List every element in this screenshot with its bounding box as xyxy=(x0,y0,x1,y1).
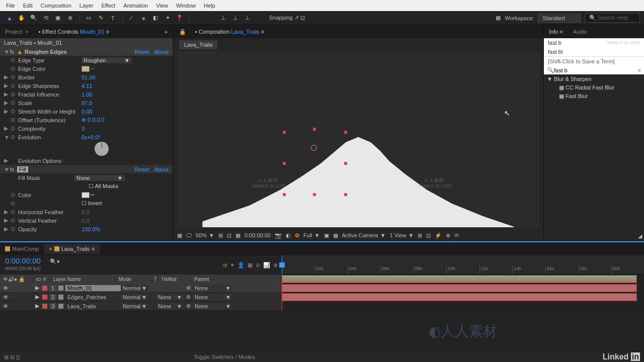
roto-tool-icon[interactable]: ✦ xyxy=(162,13,173,23)
tab-effect-controls[interactable]: ▪ Effect Controls Mouth_01 ≡ xyxy=(34,27,114,37)
parent-dropdown[interactable]: None▼ xyxy=(193,303,233,309)
effect-fill[interactable]: ▼fxFill Reset About xyxy=(0,165,173,173)
snapshot-icon[interactable]: 📷 xyxy=(275,232,282,239)
views-dropdown[interactable]: 1 View ▼ xyxy=(390,232,414,238)
eyedropper-icon[interactable]: ⊸ xyxy=(90,65,94,72)
menu-effect[interactable]: Effect xyxy=(97,2,119,10)
evolution-dial[interactable] xyxy=(95,142,109,156)
menu-edit[interactable]: Edit xyxy=(19,2,37,10)
fast-icon[interactable]: ⚡ xyxy=(435,232,442,239)
axis-world-icon[interactable]: ⊥ xyxy=(230,13,241,23)
tab-audio[interactable]: Audio xyxy=(568,27,592,37)
tab-project[interactable]: Project× xyxy=(0,27,34,37)
menu-window[interactable]: Window xyxy=(172,2,200,10)
zoom-dropdown[interactable]: 50% ▼ xyxy=(196,232,214,238)
time-ruler[interactable]: 02s 04s 06s 08s 10s 12s 14s 16s 18s 20s xyxy=(282,255,644,275)
expand-icon[interactable]: ⊞ ⊟ {} xyxy=(4,354,20,360)
effects-category[interactable]: ▼ Blur & Sharpen xyxy=(544,74,644,83)
effects-search-input[interactable] xyxy=(554,67,638,73)
pan-behind-tool-icon[interactable]: ⊕ xyxy=(64,13,75,23)
edge-color-swatch[interactable] xyxy=(82,66,90,72)
suggestion-item[interactable]: fast bl xyxy=(544,47,644,56)
eyedropper-icon[interactable]: ⊸ xyxy=(90,192,94,198)
grid-icon[interactable]: ▦ xyxy=(177,232,182,239)
suggestion-item[interactable]: fast b www.rr-sc.com xyxy=(544,38,644,47)
reset-link[interactable]: Reset xyxy=(135,49,149,55)
layer-search-icon[interactable]: 🔍▾ xyxy=(50,255,60,275)
fill-mask-dropdown[interactable]: None▼ xyxy=(74,175,125,181)
comp-flow-icon[interactable]: ⇉ xyxy=(222,262,227,268)
blend-mode-dropdown[interactable]: Normal▼ xyxy=(121,294,149,300)
graph-icon[interactable]: 📊 xyxy=(263,262,270,268)
offset-value[interactable]: 0.0,0.0 xyxy=(88,117,105,123)
composition-viewer[interactable]: 人人素材 www.rr-sc.com 人人素材 www.rr-sc.com ↖ xyxy=(177,51,539,227)
resolution-icon[interactable]: ⊞ xyxy=(218,232,223,239)
complexity-value[interactable]: 3 xyxy=(82,126,137,132)
snapping-toggle[interactable]: Snapping ↗ ⊡ xyxy=(269,15,305,21)
anchor-point-icon[interactable] xyxy=(311,145,317,151)
lock-icon[interactable]: 🔒 xyxy=(179,29,186,35)
current-time-indicator[interactable] xyxy=(282,255,282,274)
timeline-layer[interactable]: 👁 ▶ 2 Edges_Patches Normal▼ None▼ ⊚ None… xyxy=(0,293,282,302)
effect-item[interactable]: ▦ Fast Blur xyxy=(544,92,644,101)
search-help-input[interactable]: 🔍 Search Help xyxy=(585,13,640,23)
render-queue-icon[interactable]: ▦ xyxy=(496,15,501,21)
scale-value[interactable]: 97.0 xyxy=(82,100,137,106)
share-icon[interactable]: ⊞ xyxy=(418,232,422,239)
exposure-icon[interactable]: ⊕ xyxy=(446,232,450,239)
trkmat-dropdown[interactable]: None▼ xyxy=(156,294,184,300)
brush-tool-icon[interactable]: ⁄ xyxy=(126,13,137,23)
tab-lava-trails[interactable]: × Lava_Trails ≡ xyxy=(44,244,100,254)
reset-link[interactable]: Reset xyxy=(135,166,149,172)
channel-icon[interactable]: ◐ xyxy=(286,232,291,239)
text-tool-icon[interactable]: T xyxy=(107,13,118,23)
opacity-value[interactable]: 100.0% xyxy=(82,226,137,232)
zoom-tool-icon[interactable]: 🔍 xyxy=(28,13,39,23)
timeline-layer[interactable]: 👁 ▶ 1 Mouth_01 Normal▼ ⊚ None▼ xyxy=(0,284,282,293)
comp-name-tab[interactable]: Lava_Trails xyxy=(179,40,217,49)
trkmat-dropdown[interactable]: None▼ xyxy=(156,303,184,309)
axis-view-icon[interactable]: ⊥ xyxy=(242,13,253,23)
effect-item[interactable]: ▦ CC Radial Fast Blur xyxy=(544,83,644,92)
timeline-layer[interactable]: 👁 ▶ 3 Lava_Trails Normal▼ None▼ ⊚ None▼ xyxy=(0,302,282,311)
blend-mode-dropdown[interactable]: Normal▼ xyxy=(121,285,149,291)
parent-dropdown[interactable]: None▼ xyxy=(193,294,233,300)
rotate-tool-icon[interactable]: ⟲ xyxy=(40,13,51,23)
monitor-icon[interactable]: 🖵 xyxy=(186,232,192,238)
border-value[interactable]: 51.50 xyxy=(82,74,137,80)
eraser-tool-icon[interactable]: ◧ xyxy=(150,13,161,23)
fractal-value[interactable]: 1.00 xyxy=(82,92,137,98)
menu-layer[interactable]: Layer xyxy=(75,2,98,10)
brainstorm-icon[interactable]: ⊕ xyxy=(273,262,278,268)
about-link[interactable]: About xyxy=(154,166,169,172)
panel-resize-icon[interactable]: ◢ xyxy=(544,231,644,241)
camera-dropdown[interactable]: Active Camera ▼ xyxy=(342,232,386,238)
panel-overflow-icon[interactable]: » xyxy=(159,29,173,35)
axis-local-icon[interactable]: ⊥ xyxy=(218,13,229,23)
tab-info[interactable]: Info ≡ xyxy=(544,27,568,37)
evolution-value[interactable]: 0x+0.0° xyxy=(82,134,137,140)
about-link[interactable]: About xyxy=(154,49,169,55)
camera-tool-icon[interactable]: ▣ xyxy=(52,13,63,23)
blend-mode-dropdown[interactable]: Normal▼ xyxy=(121,303,149,309)
toggle-switches-button[interactable]: Toggle Switches / Modes xyxy=(194,354,255,360)
view-icon[interactable]: ▣ xyxy=(324,232,329,239)
refresh-icon[interactable]: ⟳ xyxy=(454,232,459,239)
menu-animation[interactable]: Animation xyxy=(119,2,152,10)
pen-tool-icon[interactable]: ✎ xyxy=(95,13,106,23)
stretch-value[interactable]: 0.00 xyxy=(82,109,137,115)
tab-maincomp[interactable]: MainComp xyxy=(0,244,44,254)
pin-tool-icon[interactable]: 📍 xyxy=(174,13,185,23)
clone-tool-icon[interactable]: ⎈ xyxy=(138,13,149,23)
fill-color-swatch[interactable] xyxy=(82,192,90,198)
current-timecode[interactable]: 0:00:00:00 xyxy=(0,255,46,266)
workspace-dropdown[interactable]: Standard xyxy=(538,14,581,23)
menu-help[interactable]: Help xyxy=(200,2,219,10)
3d-icon[interactable]: ▦ xyxy=(333,232,338,239)
selection-tool-icon[interactable]: ▲ xyxy=(4,13,15,23)
roi-icon[interactable]: ⊡ xyxy=(227,232,231,239)
menu-composition[interactable]: Composition xyxy=(37,2,75,10)
transparency-icon[interactable]: ▦ xyxy=(235,232,240,239)
menu-file[interactable]: File xyxy=(2,2,19,10)
effect-roughen-edges[interactable]: ▼fx▲ Roughen Edges Reset About xyxy=(0,47,173,56)
